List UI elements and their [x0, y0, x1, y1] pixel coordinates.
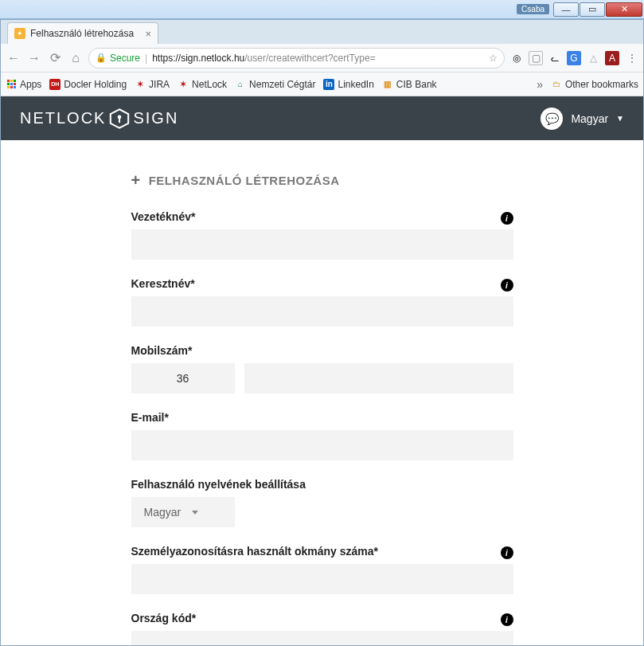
input-mobile-number[interactable]: [244, 363, 513, 393]
form-heading: + FELHASZNÁLÓ LÉTREHOZÁSA: [131, 172, 513, 188]
form-container: + FELHASZNÁLÓ LÉTREHOZÁSA Vezetéknév* i …: [123, 172, 521, 645]
site-header: NETLOCK SIGN 💬 Magyar ▼: [1, 96, 643, 140]
site-logo[interactable]: NETLOCK SIGN: [20, 108, 178, 129]
page-viewport: NETLOCK SIGN 💬 Magyar ▼ + FELHASZNÁLÓ LÉ…: [1, 96, 643, 645]
input-email[interactable]: [131, 430, 513, 460]
bookmark-star-icon[interactable]: ☆: [489, 53, 498, 64]
cib-icon: ▥: [382, 79, 393, 90]
back-button[interactable]: ←: [6, 51, 21, 65]
logo-text-right: SIGN: [133, 109, 178, 127]
field-language: Felhasználó nyelvének beállítása Magyar: [131, 478, 513, 527]
info-icon[interactable]: i: [501, 546, 513, 559]
info-icon[interactable]: i: [501, 212, 513, 225]
bookmarks-overflow-icon[interactable]: »: [537, 78, 543, 91]
home-button[interactable]: ⌂: [68, 51, 84, 65]
bookmark-other-label: Other bookmarks: [565, 79, 638, 90]
logo-text-left: NETLOCK: [20, 109, 106, 127]
tab-favicon-icon: ✦: [14, 28, 25, 39]
apps-grid-icon: [6, 79, 17, 90]
bookmark-label: CIB Bank: [396, 79, 437, 90]
bookmark-docler[interactable]: DH Docler Holding: [49, 79, 127, 90]
window-maximize-button[interactable]: ▭: [580, 2, 605, 17]
jira-icon: ✶: [135, 79, 146, 90]
field-mobile: Mobilszám*: [131, 344, 513, 393]
bookmark-cib[interactable]: ▥ CIB Bank: [382, 79, 437, 90]
forward-button[interactable]: →: [26, 51, 42, 65]
tab-title: Felhasználó létrehozása: [30, 28, 134, 39]
url-separator: |: [145, 53, 147, 64]
browser-toolbar: ← → ⟳ ⌂ 🔒 Secure | https://sign.netlock.…: [1, 44, 643, 72]
secure-label: Secure: [110, 53, 140, 64]
lock-icon: 🔒: [96, 53, 107, 63]
label-mobile: Mobilszám*: [131, 344, 513, 357]
input-mobile-prefix[interactable]: [131, 363, 235, 393]
bookmark-apps-label: Apps: [20, 79, 41, 90]
tab-close-icon[interactable]: ×: [145, 28, 151, 40]
logo-hex-icon: [109, 108, 130, 129]
input-document-number[interactable]: [131, 564, 513, 594]
bookmark-label: LinkedIn: [338, 79, 373, 90]
extension-icon-3[interactable]: ᓚ: [548, 51, 562, 65]
address-bar[interactable]: 🔒 Secure | https://sign.netlock.hu /user…: [88, 48, 505, 69]
extension-icon-2[interactable]: ▢: [529, 51, 543, 65]
window-minimize-button[interactable]: —: [553, 2, 579, 17]
label-lastname: Vezetéknév*: [131, 210, 513, 223]
field-document-number: Személyazonosításra használt okmány szám…: [131, 545, 513, 594]
language-label: Magyar: [571, 112, 608, 125]
linkedin-icon: in: [323, 79, 334, 90]
netlock-icon: ✶: [178, 79, 189, 90]
input-lastname[interactable]: [131, 229, 513, 260]
bookmark-label: Nemzeti Cégtár: [249, 79, 315, 90]
form-heading-text: FELHASZNÁLÓ LÉTREHOZÁSA: [149, 174, 340, 187]
extension-icon-1[interactable]: ◎: [509, 51, 524, 65]
field-lastname: Vezetéknév* i: [131, 210, 513, 260]
bookmark-linkedin[interactable]: in LinkedIn: [323, 79, 373, 90]
bookmark-jira[interactable]: ✶ JIRA: [135, 79, 170, 90]
label-email: E-mail*: [131, 411, 513, 424]
bookmark-label: NetLock: [192, 79, 227, 90]
chevron-down-icon: ▼: [616, 114, 624, 123]
field-country-code: Ország kód* i: [131, 612, 513, 645]
url-host: https://sign.netlock.hu: [152, 53, 244, 64]
extension-icon-pdf[interactable]: A: [605, 51, 619, 65]
extension-icon-translate[interactable]: G: [567, 51, 581, 65]
extension-icon-drive[interactable]: △: [586, 51, 600, 65]
bookmark-label: Docler Holding: [64, 79, 127, 90]
info-icon[interactable]: i: [501, 279, 513, 292]
bookmark-netlock[interactable]: ✶ NetLock: [178, 79, 227, 90]
bookmarks-bar: Apps DH Docler Holding ✶ JIRA ✶ NetLock …: [1, 72, 643, 96]
tab-strip: ✦ Felhasználó létrehozása ×: [1, 20, 643, 44]
label-language: Felhasználó nyelvének beállítása: [131, 478, 513, 491]
language-switcher[interactable]: 💬 Magyar ▼: [541, 108, 624, 130]
browser-tab[interactable]: ✦ Felhasználó létrehozása ×: [7, 22, 158, 44]
window-user-badge: Csaba: [517, 4, 549, 14]
chrome-menu-icon[interactable]: ⋮: [624, 51, 638, 65]
folder-icon: 🗀: [551, 79, 562, 90]
chat-bubble-icon: 💬: [541, 108, 563, 130]
page-scroll-area[interactable]: NETLOCK SIGN 💬 Magyar ▼ + FELHASZNÁLÓ LÉ…: [1, 96, 643, 645]
info-icon[interactable]: i: [501, 613, 513, 626]
window-titlebar: Csaba — ▭ ✕: [0, 0, 644, 19]
select-language-value: Magyar: [144, 506, 181, 519]
bookmark-apps[interactable]: Apps: [6, 79, 41, 90]
browser-window: ✦ Felhasználó létrehozása × ← → ⟳ ⌂ 🔒 Se…: [0, 19, 644, 646]
reload-button[interactable]: ⟳: [47, 50, 63, 65]
select-language[interactable]: Magyar: [131, 497, 235, 527]
input-country-code[interactable]: [131, 631, 513, 645]
window-close-button[interactable]: ✕: [606, 2, 642, 17]
label-document-number: Személyazonosításra használt okmány szám…: [131, 545, 513, 558]
docler-icon: DH: [49, 79, 60, 90]
field-email: E-mail*: [131, 411, 513, 460]
field-firstname: Keresztnév* i: [131, 277, 513, 327]
plus-icon: +: [131, 172, 141, 188]
label-firstname: Keresztnév*: [131, 277, 513, 290]
bookmark-other-folder[interactable]: 🗀 Other bookmarks: [551, 79, 638, 90]
svg-rect-2: [119, 118, 120, 123]
label-country-code: Ország kód*: [131, 612, 513, 624]
url-path: /user/createwithcert?certType=: [244, 53, 375, 64]
input-firstname[interactable]: [131, 296, 513, 327]
bookmark-label: JIRA: [149, 79, 170, 90]
chevron-down-icon: [192, 511, 198, 515]
cegtar-icon: ⌂: [235, 79, 246, 90]
bookmark-cegtar[interactable]: ⌂ Nemzeti Cégtár: [235, 79, 315, 90]
